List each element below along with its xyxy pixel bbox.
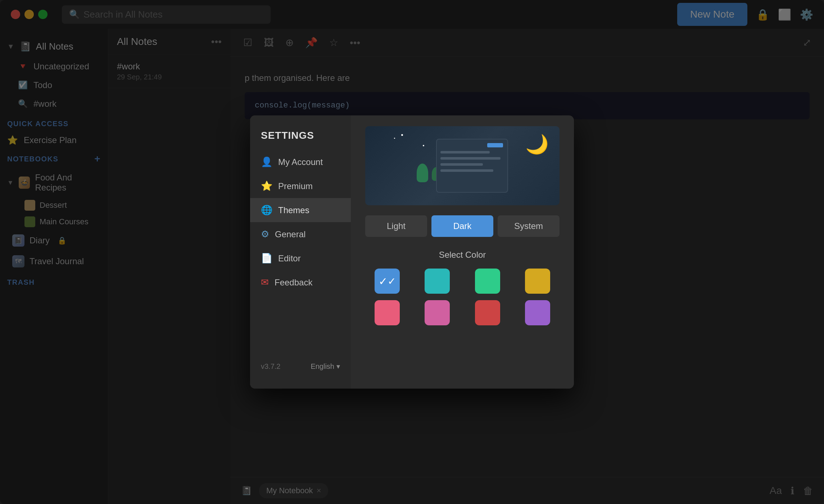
settings-nav-general[interactable]: ⚙ General <box>250 222 351 246</box>
color-swatch-red[interactable] <box>475 300 500 325</box>
settings-nav-label: Premium <box>278 181 313 191</box>
sliders-icon: ⚙ <box>261 229 269 240</box>
language-label: English <box>311 362 334 371</box>
settings-nav-label: Feedback <box>275 278 312 288</box>
settings-nav-my-account[interactable]: 👤 My Account <box>250 150 351 174</box>
settings-sidebar: SETTINGS 👤 My Account ⭐ Premium 🌐 Themes… <box>250 115 351 389</box>
star-dot <box>423 145 424 146</box>
language-selector[interactable]: English ▾ <box>311 362 340 371</box>
settings-modal: SETTINGS 👤 My Account ⭐ Premium 🌐 Themes… <box>250 115 574 389</box>
color-grid: ✓ <box>365 269 560 325</box>
settings-nav-editor[interactable]: 📄 Editor <box>250 246 351 270</box>
color-swatch-pink[interactable] <box>375 300 400 325</box>
color-swatch-magenta[interactable] <box>425 300 450 325</box>
moon-icon: 🌙 <box>525 133 549 155</box>
color-swatch-green[interactable] <box>475 269 500 294</box>
settings-title: SETTINGS <box>250 126 351 150</box>
theme-light-button[interactable]: Light <box>365 215 427 237</box>
settings-content: 🌙 Light Dark System Select Color ✓ <box>351 115 574 389</box>
preview-screen <box>436 139 508 193</box>
settings-version: v3.7.2 English ▾ <box>250 355 351 378</box>
chevron-down-icon: ▾ <box>336 362 340 371</box>
star-dot <box>394 138 395 139</box>
theme-system-button[interactable]: System <box>498 215 560 237</box>
theme-preview: 🌙 <box>365 126 560 205</box>
version-label: v3.7.2 <box>261 362 280 371</box>
settings-overlay[interactable]: SETTINGS 👤 My Account ⭐ Premium 🌐 Themes… <box>0 0 824 504</box>
select-color-label: Select Color <box>365 250 560 260</box>
globe-icon: 🌐 <box>261 205 272 216</box>
mail-icon: ✉ <box>261 277 269 288</box>
settings-nav-themes[interactable]: 🌐 Themes <box>250 198 351 222</box>
settings-nav-premium[interactable]: ⭐ Premium <box>250 174 351 198</box>
tree-icon <box>417 164 428 182</box>
doc-icon: 📄 <box>261 253 272 264</box>
settings-nav-label: General <box>275 229 305 239</box>
star-dot <box>401 134 403 136</box>
star-icon: ⭐ <box>261 180 272 192</box>
settings-nav-label: Themes <box>278 205 309 215</box>
person-icon: 👤 <box>261 156 272 168</box>
color-swatch-purple[interactable] <box>525 300 550 325</box>
settings-nav-label: Editor <box>278 253 301 264</box>
color-swatch-teal[interactable] <box>425 269 450 294</box>
color-swatch-blue[interactable]: ✓ <box>375 269 400 294</box>
settings-nav-feedback[interactable]: ✉ Feedback <box>250 270 351 294</box>
color-swatch-yellow[interactable] <box>525 269 550 294</box>
preview-line3 <box>440 163 483 166</box>
preview-line4 <box>440 169 493 172</box>
theme-dark-button[interactable]: Dark <box>431 215 493 237</box>
preview-accent <box>487 143 503 147</box>
theme-buttons: Light Dark System <box>365 215 560 237</box>
preview-line2 <box>440 157 501 160</box>
settings-nav-label: My Account <box>278 157 323 167</box>
preview-line1 <box>440 151 490 154</box>
